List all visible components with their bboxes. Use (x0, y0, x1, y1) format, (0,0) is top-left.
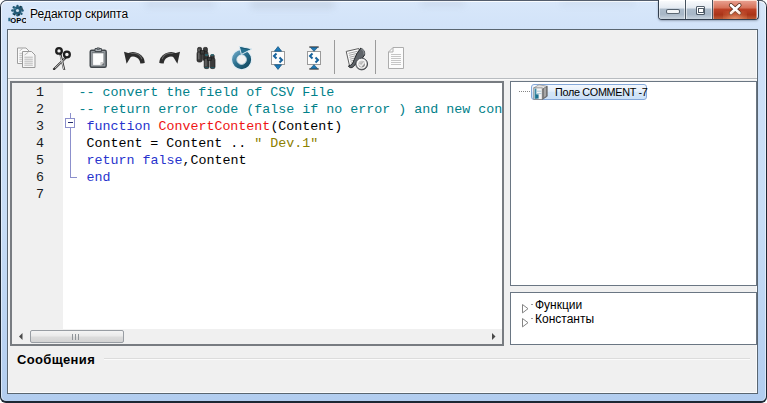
svg-text:OPC: OPC (10, 16, 26, 23)
